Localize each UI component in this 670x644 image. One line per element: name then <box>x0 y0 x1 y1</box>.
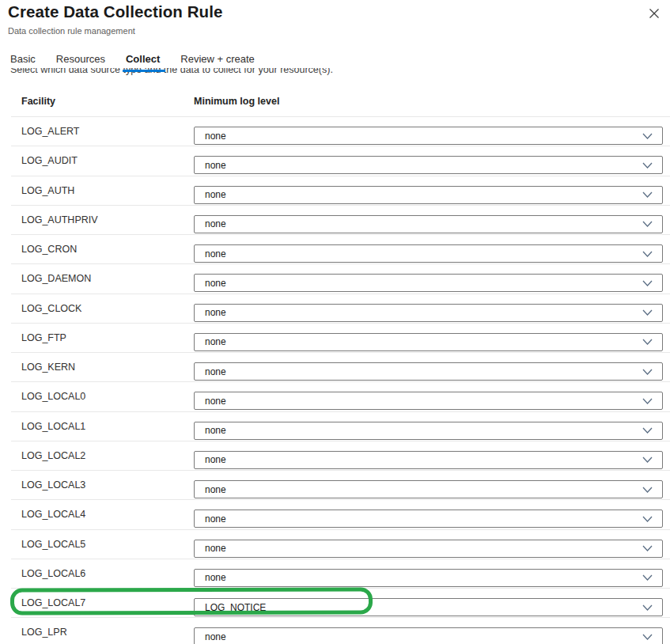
page-subtitle: Data collection rule management <box>8 26 135 36</box>
table-row: LOG_LOCAL1 none <box>11 411 670 441</box>
min-log-level-value: none <box>205 572 226 583</box>
min-log-level-value: none <box>205 248 226 259</box>
table-row: LOG_AUDIT none <box>11 146 670 175</box>
min-log-level-select[interactable]: none <box>194 627 663 644</box>
collect-description-clipped: Select which data source type and the da… <box>10 68 501 78</box>
table-row: LOG_ALERT none <box>11 116 670 146</box>
chevron-down-icon <box>642 221 653 228</box>
tab-review-create[interactable]: Review + create <box>180 52 255 66</box>
min-log-level-value: none <box>205 218 226 229</box>
chevron-down-icon <box>642 515 653 522</box>
chevron-down-icon <box>642 574 653 581</box>
collect-description-text: Select which data source type and the da… <box>10 68 501 76</box>
table-row: LOG_LPR none <box>11 617 670 644</box>
chevron-down-icon <box>642 191 653 199</box>
min-log-level-select[interactable]: LOG_NOTICE <box>194 598 663 616</box>
facility-label: LOG_AUTHPRIV <box>21 206 98 234</box>
min-log-level-value: none <box>205 131 226 142</box>
min-log-level-value: LOG_NOTICE <box>205 602 266 613</box>
min-log-level-value: none <box>205 307 226 318</box>
min-log-level-select[interactable]: none <box>194 480 663 498</box>
min-log-level-value: none <box>205 189 226 200</box>
min-log-level-select[interactable]: none <box>194 569 663 587</box>
min-log-level-value: none <box>205 484 226 495</box>
facility-label: LOG_LOCAL4 <box>21 500 85 528</box>
tab-basic[interactable]: Basic <box>10 52 36 66</box>
table-row: LOG_LOCAL2 none <box>11 441 670 470</box>
min-log-level-select[interactable]: none <box>194 274 663 292</box>
close-button[interactable] <box>647 6 661 21</box>
chevron-down-icon <box>642 250 653 257</box>
tab-bar: Basic Resources Collect Review + create <box>10 52 255 66</box>
table-row: LOG_LOCAL5 none <box>11 529 670 559</box>
min-log-level-select[interactable]: none <box>194 422 663 440</box>
page-title: Create Data Collection Rule <box>8 2 223 21</box>
min-log-level-select[interactable]: none <box>194 186 663 204</box>
facility-label: LOG_FTP <box>21 324 66 352</box>
chevron-down-icon <box>642 427 653 434</box>
facility-label: LOG_LPR <box>21 618 67 644</box>
chevron-down-icon <box>642 161 653 169</box>
table-row: LOG_AUTHPRIV none <box>11 205 670 234</box>
facility-label: LOG_LOCAL2 <box>21 441 85 470</box>
min-log-level-select[interactable]: none <box>194 304 663 322</box>
min-log-level-select[interactable]: none <box>194 510 663 528</box>
chevron-down-icon <box>642 279 653 286</box>
facility-label: LOG_LOCAL0 <box>21 382 85 411</box>
min-log-level-select[interactable]: none <box>194 215 663 233</box>
facility-label: LOG_KERN <box>21 353 75 381</box>
facility-label: LOG_LOCAL6 <box>21 559 85 588</box>
chevron-down-icon <box>642 545 653 552</box>
facility-label: LOG_AUTH <box>21 176 74 205</box>
column-header-facility: Facility <box>21 96 55 107</box>
facility-label: LOG_CLOCK <box>21 294 81 323</box>
min-log-level-value: none <box>205 160 226 171</box>
chevron-down-icon <box>642 633 653 640</box>
facility-table-body: LOG_ALERT none LOG_AUDIT none LOG_AUTH n… <box>0 116 670 644</box>
min-log-level-select[interactable]: none <box>194 244 663 263</box>
min-log-level-value: none <box>205 396 226 407</box>
close-icon <box>649 8 660 19</box>
min-log-level-value: none <box>205 543 226 554</box>
chevron-down-icon <box>642 486 653 493</box>
min-log-level-select[interactable]: none <box>194 392 663 410</box>
table-row: LOG_LOCAL4 none <box>11 499 670 528</box>
column-header-min-log-level: Minimum log level <box>194 96 279 107</box>
tab-resources[interactable]: Resources <box>56 52 105 66</box>
chevron-down-icon <box>642 368 653 375</box>
min-log-level-select[interactable]: none <box>194 127 663 145</box>
table-row: LOG_LOCAL7 LOG_NOTICE <box>11 588 670 617</box>
facility-label: LOG_LOCAL1 <box>21 412 85 441</box>
min-log-level-value: none <box>205 425 226 436</box>
min-log-level-select[interactable]: none <box>194 156 663 174</box>
chevron-down-icon <box>642 339 653 346</box>
table-row: LOG_DAEMON none <box>11 263 670 293</box>
table-row: LOG_LOCAL3 none <box>11 470 670 499</box>
min-log-level-value: none <box>205 336 226 347</box>
chevron-down-icon <box>642 604 653 611</box>
min-log-level-value: none <box>205 278 226 289</box>
facility-label: LOG_CRON <box>21 235 77 263</box>
tab-collect[interactable]: Collect <box>126 52 160 66</box>
min-log-level-select[interactable]: none <box>194 362 663 381</box>
facility-label: LOG_LOCAL7 <box>21 589 85 617</box>
min-log-level-select[interactable]: none <box>194 333 663 351</box>
min-log-level-value: none <box>205 513 226 525</box>
facility-label: LOG_LOCAL3 <box>21 471 85 499</box>
facility-label: LOG_LOCAL5 <box>21 530 85 559</box>
table-row: LOG_AUTH none <box>11 176 670 205</box>
facility-label: LOG_AUDIT <box>21 146 78 175</box>
table-row: LOG_CLOCK none <box>11 294 670 323</box>
table-row: LOG_FTP none <box>11 323 670 352</box>
min-log-level-select[interactable]: none <box>194 540 663 558</box>
table-row: LOG_KERN none <box>11 352 670 381</box>
create-dcr-dialog: Create Data Collection Rule Data collect… <box>0 0 670 644</box>
min-log-level-select[interactable]: none <box>194 451 663 469</box>
chevron-down-icon <box>642 132 653 139</box>
min-log-level-value: none <box>205 366 226 377</box>
chevron-down-icon <box>642 456 653 464</box>
table-row: LOG_CRON none <box>11 234 670 263</box>
min-log-level-value: none <box>205 454 226 465</box>
facility-label: LOG_ALERT <box>21 117 79 146</box>
chevron-down-icon <box>642 309 653 316</box>
